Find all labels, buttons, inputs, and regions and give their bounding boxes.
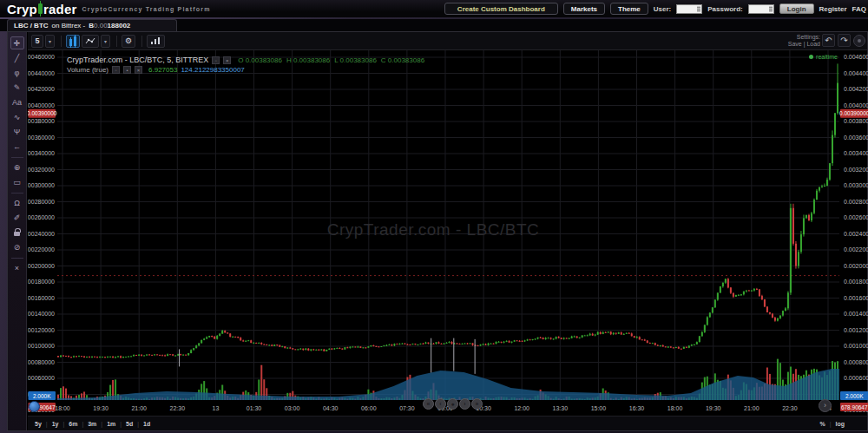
chart-nav-button-2[interactable]: ●	[447, 398, 458, 410]
range-5y[interactable]: 5y	[35, 421, 42, 427]
time-tick: 22:30	[170, 405, 186, 411]
logo: Cryp rader	[7, 2, 77, 16]
draw-mode-tool[interactable]: ✐	[10, 211, 24, 224]
price-tick-left: 0.00380000	[28, 118, 55, 124]
market-tab[interactable]: LBC / BTC on Bittrex - B0.00188002	[7, 19, 177, 31]
compare-icon	[150, 36, 161, 45]
volume-legend-label: Volume (true)	[67, 66, 108, 74]
chart-panel: ✛╱φ✎Aa∿Ψ←⊕▭Ω✐⊘× 5 ▾ ▾ ⚙ Settings: Save |…	[7, 31, 868, 431]
zoom-in-tool[interactable]: ⊕	[10, 161, 24, 174]
price-tick-right: 0.00140000	[844, 311, 868, 317]
chart-nav-button-3[interactable]: ›	[459, 398, 470, 410]
toolbar-separator	[11, 193, 23, 194]
forecast-tool[interactable]: Ψ	[10, 125, 24, 138]
lock-tool[interactable]	[10, 226, 24, 239]
password-label: Password:	[707, 5, 742, 13]
interval-button[interactable]: 5	[31, 35, 43, 48]
time-tick: 04:30	[323, 405, 339, 411]
range-1d[interactable]: 1d	[143, 421, 150, 427]
volume-scale-label: 2.000K	[845, 393, 864, 399]
status-bubble-icon[interactable]	[29, 401, 40, 412]
chart-nav-button-1[interactable]: ‹	[435, 398, 446, 410]
time-tick: 22:30	[782, 405, 798, 411]
chart-nav-button-4[interactable]: »	[471, 398, 483, 410]
markets-button[interactable]: Markets	[563, 3, 605, 15]
scale-log[interactable]: log	[836, 421, 845, 427]
toolbar-separator	[61, 36, 62, 47]
password-input[interactable]	[748, 4, 774, 14]
ohlc-h: H 0.00383086	[286, 56, 330, 64]
faq-link[interactable]: FAQ	[852, 5, 866, 13]
screenshot-button[interactable]	[853, 35, 865, 47]
redo-button[interactable]: ↷	[838, 34, 851, 47]
text-tool[interactable]: Aa	[10, 95, 24, 108]
price-tick-left: 0.00360000	[28, 134, 55, 141]
login-button[interactable]: Login	[779, 3, 814, 14]
measure-tool[interactable]: ▭	[10, 175, 24, 188]
time-tick: 19:30	[706, 405, 721, 411]
last-price-label: 0.00390000	[28, 110, 57, 116]
volume-close-icon[interactable]: ×	[135, 66, 142, 74]
tab-venue: on Bittrex -	[52, 22, 86, 30]
tab-bar: LBC / BTC on Bittrex - B0.00188002	[0, 19, 868, 31]
scroll-to-realtime-button[interactable]: ›	[819, 399, 832, 412]
chart-nav-button-0[interactable]: «	[423, 398, 434, 410]
legend-settings-icon[interactable]: ◦	[212, 56, 220, 64]
undo-button[interactable]: ↶	[822, 34, 835, 47]
range-3m[interactable]: 3m	[88, 421, 96, 427]
toolbar-separator	[116, 36, 117, 47]
price-tick-left: 0.00280000	[28, 199, 55, 205]
arrow-marks-tool[interactable]: ←	[10, 140, 24, 153]
volume-scale-label: 2.000K	[33, 393, 51, 399]
logo-candle-icon	[38, 3, 43, 14]
hide-all-tool[interactable]: ⊘	[10, 240, 24, 253]
time-tick: 01:30	[247, 405, 262, 411]
price-tick-right: 0.00240000	[844, 231, 868, 237]
price-tick-right: 0.00260000	[844, 214, 868, 220]
settings-save-load[interactable]: Settings: Save | Load	[788, 34, 820, 48]
volume-move-icon[interactable]: •	[123, 66, 131, 74]
price-tick-left: 0.00100000	[28, 343, 55, 349]
separator: |	[46, 421, 48, 427]
compare-button[interactable]	[147, 35, 165, 48]
chart-area[interactable]: 18:0019:3021:0022:301301:3003:0004:3006:…	[28, 50, 868, 416]
brush-tool[interactable]: ✎	[10, 81, 24, 94]
candlestick-style-icon	[69, 36, 76, 46]
drawing-toolbar: ✛╱φ✎Aa∿Ψ←⊕▭Ω✐⊘×	[8, 32, 27, 430]
scale-%[interactable]: %	[819, 421, 825, 427]
interval-caret-icon[interactable]: ▾	[45, 35, 55, 48]
time-tick: 19:30	[93, 405, 108, 411]
create-dashboard-button[interactable]: Create Custom Dashboard	[444, 3, 558, 15]
separator: |	[82, 421, 83, 427]
chart-legend: CrypTrader.com - LBC/BTC, 5, BITTREX ◦ ×…	[67, 56, 424, 64]
line-style-button[interactable]	[82, 35, 99, 48]
indicator-settings-button[interactable]: ⚙	[122, 35, 135, 48]
legend-close-icon[interactable]: ×	[223, 56, 231, 64]
ohlc-o: O 0.00383086	[238, 56, 282, 64]
logo-text-prefix: Cryp	[7, 2, 37, 16]
pattern-tool[interactable]: ∿	[10, 110, 24, 123]
trend-line-tool[interactable]: ╱	[10, 51, 24, 64]
range-selector: 5y|1y|6m|3m|1m|5d|1d	[35, 421, 150, 427]
price-tick-right: 0.00120000	[844, 327, 868, 333]
crosshair-tool[interactable]: ✛	[10, 36, 24, 49]
register-link[interactable]: Register	[819, 5, 847, 13]
fib-tool[interactable]: φ	[10, 66, 24, 79]
legend-title: CrypTrader.com - LBC/BTC, 5, BITTREX	[67, 56, 208, 64]
magnet-tool[interactable]: Ω	[10, 196, 24, 209]
remove-all-tool[interactable]: ×	[10, 261, 24, 274]
lock-icon	[14, 232, 20, 236]
range-6m[interactable]: 6m	[69, 421, 77, 427]
price-tick-left: 0.00340000	[28, 150, 55, 156]
volume-settings-icon[interactable]: ◦	[112, 66, 120, 74]
range-1y[interactable]: 1y	[52, 421, 59, 427]
range-1m[interactable]: 1m	[107, 421, 115, 427]
time-tick: 06:00	[361, 405, 377, 411]
candlestick-style-button[interactable]	[66, 35, 80, 48]
style-caret-icon[interactable]: ▾	[101, 35, 110, 48]
theme-button[interactable]: Theme	[610, 3, 648, 15]
username-input[interactable]	[676, 4, 702, 14]
price-tick-right: 0.00460000	[844, 54, 868, 60]
range-5d[interactable]: 5d	[126, 421, 133, 427]
price-tick-right: 0.00180000	[844, 279, 868, 285]
